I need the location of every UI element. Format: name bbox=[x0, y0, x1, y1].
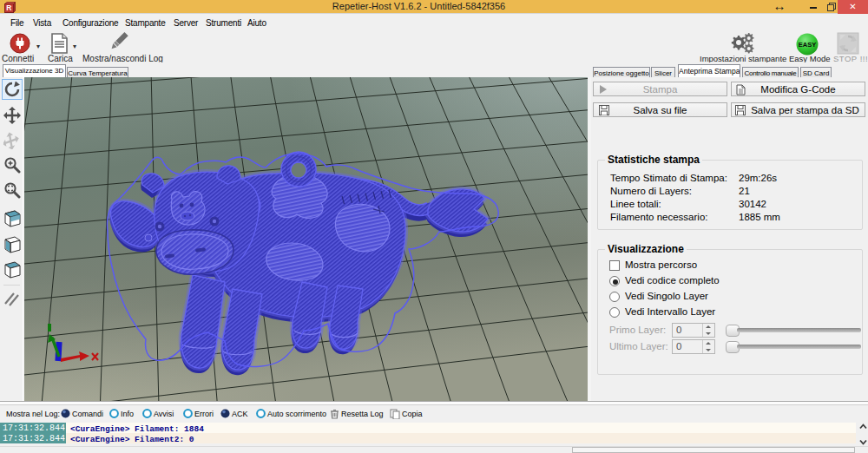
svg-text:EASY: EASY bbox=[799, 41, 816, 49]
